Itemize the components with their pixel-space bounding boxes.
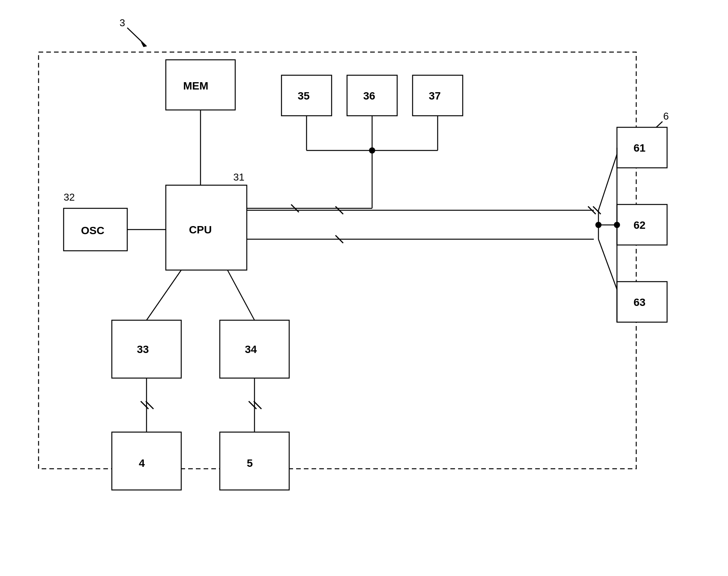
mem-label: MEM xyxy=(183,80,208,92)
n5-label: 5 xyxy=(247,457,253,469)
n31-label: 31 xyxy=(233,171,244,183)
svg-line-20 xyxy=(147,270,181,320)
ref-3-label: 3 xyxy=(120,17,125,29)
ref-6-label: 6 xyxy=(663,110,669,122)
n37-label: 37 xyxy=(429,90,441,102)
svg-line-21 xyxy=(228,270,254,320)
n4-label: 4 xyxy=(139,457,145,469)
n32-label: 32 xyxy=(64,191,75,203)
n35-label: 35 xyxy=(298,90,310,102)
block-5 xyxy=(220,432,289,490)
svg-line-16 xyxy=(598,154,617,210)
cpu-label: CPU xyxy=(189,224,212,236)
n36-label: 36 xyxy=(363,90,375,102)
main-dashed-box xyxy=(39,52,636,469)
n33-label: 33 xyxy=(137,343,149,355)
svg-line-18 xyxy=(598,239,617,289)
block-4 xyxy=(112,432,181,490)
n61-label: 61 xyxy=(634,142,645,154)
diagram-container: 3 6 MEM CPU OSC 31 32 35 36 xyxy=(0,0,728,576)
right-bus-junction-dot xyxy=(614,222,620,228)
n62-label: 62 xyxy=(634,219,645,231)
svg-line-0 xyxy=(127,28,147,46)
n63-label: 63 xyxy=(634,296,645,308)
n34-label: 34 xyxy=(245,343,257,355)
osc-label: OSC xyxy=(81,225,104,236)
svg-marker-1 xyxy=(141,42,147,47)
